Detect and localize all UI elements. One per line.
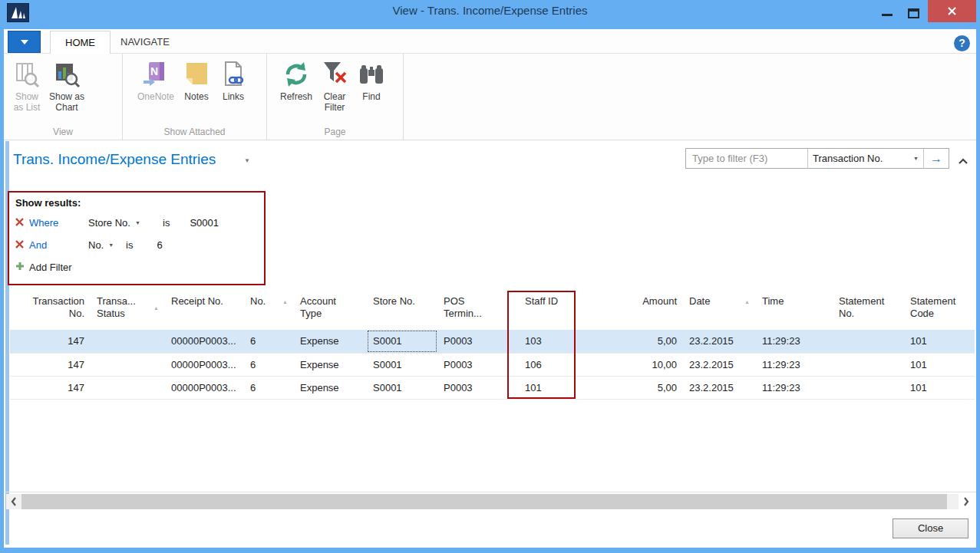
app-window: View - Trans. Income/Expense Entries HOM… — [0, 0, 980, 553]
minimize-button[interactable] — [878, 8, 896, 21]
cell-statement-code[interactable]: 101 — [904, 330, 975, 353]
cell-statement-code[interactable]: 101 — [904, 376, 975, 399]
cell-transaction-no[interactable]: 147 — [10, 376, 91, 399]
cell-pos-terminal[interactable]: P0003 — [437, 353, 509, 376]
col-header-no[interactable]: No.▲ — [244, 292, 294, 330]
find-button[interactable]: Find — [353, 58, 390, 104]
links-icon — [219, 60, 247, 89]
col-header-statement-code[interactable]: StatementCode — [904, 292, 975, 330]
filter-field-selector[interactable]: No. ▼ — [88, 239, 119, 251]
cell-pos-terminal[interactable]: P0003 — [437, 330, 509, 353]
col-header-account-type[interactable]: AccountType — [294, 292, 367, 330]
header-row: TransactionNo. Transa...Status▲ Receipt … — [10, 292, 975, 330]
show-as-chart-icon — [53, 60, 81, 89]
cell-receipt-no[interactable]: 00000P0003... — [165, 330, 244, 353]
cell-no[interactable]: 6 — [244, 353, 294, 376]
col-header-transaction-no[interactable]: TransactionNo. — [10, 292, 91, 330]
cell-transaction-no[interactable]: 147 — [10, 353, 91, 376]
apply-filter-arrow-button[interactable]: → — [924, 152, 949, 166]
cell-status[interactable] — [91, 330, 165, 353]
cell-status[interactable] — [91, 353, 165, 376]
show-results-heading: Show results: — [15, 197, 264, 209]
group-label-view: View — [4, 127, 122, 137]
cell-no[interactable]: 6 — [244, 330, 294, 353]
cell-store-no-focused[interactable]: S0001 — [367, 330, 437, 353]
cell-staff-id[interactable]: 106 — [509, 353, 574, 376]
group-label-show-attached: Show Attached — [123, 127, 266, 137]
chevron-down-icon: ▼ — [913, 156, 919, 161]
page-title-dropdown-icon[interactable]: ▼ — [244, 157, 250, 164]
notes-button[interactable]: Notes — [178, 58, 215, 104]
help-icon[interactable]: ? — [954, 35, 970, 51]
col-header-pos-terminal[interactable]: POSTermin... — [437, 292, 509, 330]
cell-account-type[interactable]: Expense — [294, 376, 367, 399]
cell-status[interactable] — [91, 376, 165, 399]
filter-connector-where[interactable]: Where — [29, 217, 88, 229]
filter-value[interactable]: S0001 — [190, 217, 219, 229]
add-filter-button[interactable]: Add Filter — [15, 256, 264, 278]
cell-statement-no[interactable] — [833, 353, 904, 376]
show-as-chart-button[interactable]: Show asChart — [45, 58, 88, 114]
tab-navigate[interactable]: NAVIGATE — [106, 31, 184, 54]
sort-ascending-icon: ▲ — [153, 305, 159, 311]
filter-column-selector[interactable]: Transaction No. ▼ — [808, 153, 923, 164]
cell-statement-code[interactable]: 101 — [904, 353, 975, 376]
col-header-amount[interactable]: Amount — [574, 292, 683, 330]
cell-amount[interactable]: 10,00 — [574, 353, 683, 376]
filter-input[interactable] — [686, 153, 807, 164]
filter-connector-and[interactable]: And — [29, 239, 88, 251]
scroll-left-button[interactable] — [6, 494, 21, 509]
cell-store-no[interactable]: S0001 — [367, 376, 437, 399]
cell-account-type[interactable]: Expense — [294, 330, 367, 353]
cell-time[interactable]: 11:29:23 — [756, 353, 833, 376]
refresh-button[interactable]: Refresh — [276, 58, 316, 104]
col-header-statement-no[interactable]: StatementNo. — [833, 292, 904, 330]
cell-statement-no[interactable] — [833, 330, 904, 353]
cell-staff-id[interactable]: 101 — [509, 376, 574, 399]
clear-filter-button[interactable]: ClearFilter — [316, 58, 353, 114]
cell-amount[interactable]: 5,00 — [574, 330, 683, 353]
cell-time[interactable]: 11:29:23 — [756, 376, 833, 399]
collapse-chevron-icon[interactable] — [958, 154, 968, 168]
col-header-transaction-status[interactable]: Transa...Status▲ — [91, 292, 165, 330]
find-icon — [358, 60, 385, 89]
table-row[interactable]: 147 00000P0003... 6 Expense S0001 P0003 … — [10, 330, 975, 353]
maximize-button[interactable] — [904, 5, 922, 21]
refresh-icon — [282, 60, 311, 89]
quick-filter-box: Transaction No. ▼ → — [685, 148, 949, 169]
col-header-date[interactable]: Date▲ — [683, 292, 756, 330]
filter-value[interactable]: 6 — [157, 239, 162, 251]
cell-receipt-no[interactable]: 00000P0003... — [165, 353, 244, 376]
cell-date[interactable]: 23.2.2015 — [683, 330, 756, 353]
cell-account-type[interactable]: Expense — [294, 353, 367, 376]
tab-home[interactable]: HOME — [50, 31, 111, 54]
cell-transaction-no[interactable]: 147 — [10, 330, 91, 353]
cell-statement-no[interactable] — [833, 376, 904, 399]
scrollbar-track[interactable] — [947, 494, 959, 509]
cell-time[interactable]: 11:29:23 — [756, 330, 833, 353]
col-header-receipt-no[interactable]: Receipt No. — [165, 292, 244, 330]
close-button[interactable]: Close — [893, 518, 968, 538]
links-button[interactable]: Links — [215, 58, 252, 104]
cell-store-no[interactable]: S0001 — [367, 353, 437, 376]
scrollbar-thumb[interactable] — [21, 494, 947, 509]
remove-filter-icon[interactable] — [15, 217, 29, 229]
col-header-time[interactable]: Time — [756, 292, 833, 330]
cell-date[interactable]: 23.2.2015 — [683, 353, 756, 376]
cell-pos-terminal[interactable]: P0003 — [437, 376, 509, 399]
col-header-store-no[interactable]: Store No. — [367, 292, 437, 330]
close-window-button[interactable] — [928, 0, 976, 22]
filter-field-selector[interactable]: Store No. ▼ — [88, 217, 156, 229]
application-menu-button[interactable] — [8, 31, 41, 53]
cell-receipt-no[interactable]: 00000P0003... — [165, 376, 244, 399]
cell-amount[interactable]: 5,00 — [574, 376, 683, 399]
remove-filter-icon[interactable] — [15, 239, 29, 251]
col-header-staff-id[interactable]: Staff ID — [509, 292, 574, 330]
table-row[interactable]: 147 00000P0003... 6 Expense S0001 P0003 … — [10, 376, 975, 399]
cell-no[interactable]: 6 — [244, 376, 294, 399]
cell-staff-id[interactable]: 103 — [509, 330, 574, 353]
ribbon-group-show-attached: N OneNote Notes — [123, 54, 267, 140]
cell-date[interactable]: 23.2.2015 — [683, 376, 756, 399]
table-row[interactable]: 147 00000P0003... 6 Expense S0001 P0003 … — [10, 353, 975, 376]
scroll-right-button[interactable] — [959, 494, 974, 509]
